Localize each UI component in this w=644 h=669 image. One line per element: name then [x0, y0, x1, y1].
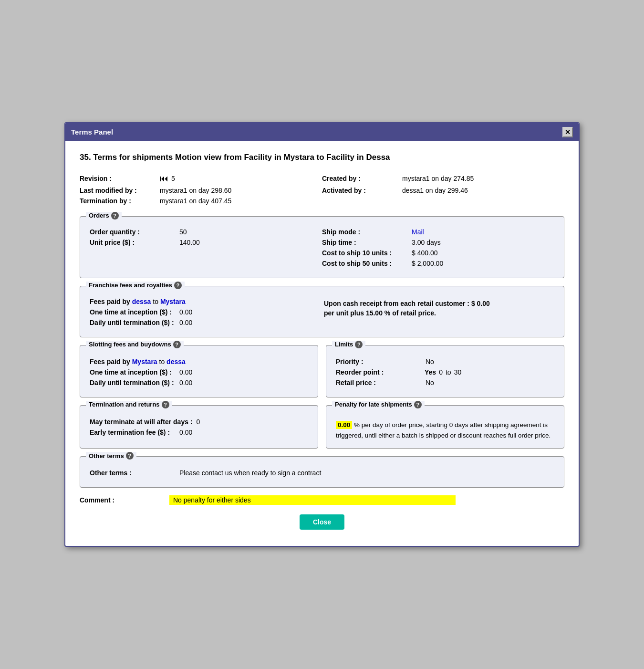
revision-value-row: ⏮ 5: [160, 174, 175, 184]
slotting-help-icon[interactable]: ?: [173, 341, 181, 348]
penalty-section-title: Penalty for late shipments ?: [332, 401, 425, 408]
franchise-fees-paid-row: Fees paid by dessa to Mystara: [90, 298, 320, 305]
franchise-right: Upon cash receipt from each retail custo…: [324, 298, 554, 329]
unit-price-row: Unit price ($) : 140.00: [90, 239, 322, 246]
franchise-daily-row: Daily until termination ($) : 0.00: [90, 319, 320, 326]
skip-to-start-icon[interactable]: ⏮: [160, 174, 168, 184]
slotting-one-time-row: One time at inception ($) : 0.00: [90, 368, 308, 376]
termination-row: Termination by : mystara1 on day 407.45: [80, 197, 322, 205]
meta-section: Revision : ⏮ 5 Created by : mystara1 on …: [80, 174, 564, 205]
slotting-daily-row: Daily until termination ($) : 0.00: [90, 379, 308, 387]
franchise-one-time-value: 0.00: [179, 308, 192, 316]
reorder-row: Reorder point : Yes 0 to 30: [336, 368, 554, 376]
comment-row: Comment : No penalty for either sides: [80, 495, 564, 505]
franchise-fees-paid-by: dessa: [132, 298, 151, 305]
order-qty-label: Order quantity :: [90, 228, 176, 236]
revision-value: 5: [171, 175, 175, 182]
early-fee-value: 0.00: [179, 429, 192, 436]
franchise-left: Fees paid by dessa to Mystara One time a…: [90, 298, 320, 329]
revision-label: Revision :: [80, 175, 156, 182]
orders-section: Orders ? Order quantity : 50 Unit price …: [80, 216, 564, 278]
ship-mode-row: Ship mode : Mail: [322, 228, 554, 236]
slotting-fees-paid-row: Fees paid by Mystara to dessa: [90, 358, 308, 366]
reorder-to-word: to: [446, 368, 451, 376]
unit-price-value: 140.00: [179, 239, 200, 246]
franchise-daily-label: Daily until termination ($) :: [90, 319, 176, 326]
ship-time-row: Ship time : 3.00 days: [322, 239, 554, 246]
slotting-daily-value: 0.00: [179, 379, 192, 387]
penalty-section: Penalty for late shipments ? 0.00 % per …: [326, 405, 564, 449]
slotting-section: Slotting fees and buydowns ? Fees paid b…: [80, 345, 318, 397]
orders-section-title: Orders ?: [86, 212, 122, 220]
slotting-one-time-value: 0.00: [179, 368, 192, 376]
cost-ship-10-row: Cost to ship 10 units : $ 400.00: [322, 249, 554, 257]
franchise-section-title: Franchise fees and royalties ?: [86, 282, 185, 289]
penalty-content: 0.00 % per day of order price, starting …: [336, 420, 554, 440]
created-by-value: mystara1 on day 274.85: [402, 175, 474, 182]
cost-ship-10-label: Cost to ship 10 units :: [322, 249, 408, 257]
slotting-limits-row: Slotting fees and buydowns ? Fees paid b…: [80, 345, 564, 397]
reorder-from: 0: [439, 368, 443, 376]
terminate-days-row: May terminate at will after days : 0: [90, 418, 308, 426]
cost-ship-50-label: Cost to ship 50 units :: [322, 260, 408, 267]
franchise-help-icon[interactable]: ?: [174, 282, 182, 289]
cost-ship-10-value: $ 400.00: [412, 249, 438, 257]
termination-value: mystara1 on day 407.45: [160, 197, 231, 205]
retail-price-value: No: [426, 379, 434, 387]
priority-value: No: [426, 358, 434, 366]
slotting-section-title: Slotting fees and buydowns ?: [86, 341, 184, 348]
terminate-days-label: May terminate at will after days :: [90, 418, 193, 426]
other-terms-label: Other terms :: [90, 469, 176, 477]
slotting-fees-paid-by: Mystara: [132, 358, 157, 366]
other-terms-section-title: Other terms ?: [86, 452, 136, 460]
slotting-fees-paid-text: Fees paid by Mystara to dessa: [90, 358, 186, 366]
unit-price-label: Unit price ($) :: [90, 239, 176, 246]
franchise-per-unit: per unit plus 15.00 % of retail price.: [324, 309, 554, 317]
franchise-fees-paid-entity: Mystara: [160, 298, 186, 305]
termination-section: Termination and returns ? May terminate …: [80, 405, 318, 449]
other-terms-help-icon[interactable]: ?: [126, 452, 134, 460]
close-button[interactable]: Close: [300, 514, 344, 530]
other-terms-section: Other terms ? Other terms : Please conta…: [80, 456, 564, 488]
ship-time-value: 3.00 days: [412, 239, 441, 246]
terminate-days-value: 0: [197, 418, 200, 426]
slotting-one-time-label: One time at inception ($) :: [90, 368, 176, 376]
orders-right: Ship mode : Mail Ship time : 3.00 days C…: [322, 228, 554, 270]
comment-label: Comment :: [80, 496, 166, 504]
termination-help-icon[interactable]: ?: [162, 401, 169, 408]
created-by-row: Created by : mystara1 on day 274.85: [322, 174, 564, 184]
last-modified-row: Last modified by : mystara1 on day 298.6…: [80, 187, 322, 194]
limits-help-icon[interactable]: ?: [355, 341, 363, 348]
other-terms-value: Please contact us when ready to sign a c…: [179, 469, 321, 477]
reorder-label: Reorder point :: [336, 368, 422, 376]
slotting-fees-paid-entity: dessa: [166, 358, 186, 366]
penalty-text1: % per day of order price, starting: [354, 421, 447, 429]
content-area: 35. Terms for shipments Motion view from…: [65, 141, 579, 546]
retail-price-row: Retail price : No: [336, 379, 554, 387]
franchise-one-time-row: One time at inception ($) : 0.00: [90, 308, 320, 316]
reorder-to: 30: [454, 368, 462, 376]
ship-mode-label: Ship mode :: [322, 228, 408, 236]
comment-value: No penalty for either sides: [169, 495, 456, 505]
window-title: Terms Panel: [71, 128, 113, 136]
revision-row: Revision : ⏮ 5: [80, 174, 322, 184]
order-qty-row: Order quantity : 50: [90, 228, 322, 236]
limits-section-title: Limits ?: [332, 341, 365, 348]
priority-row: Priority : No: [336, 358, 554, 366]
last-modified-label: Last modified by :: [80, 187, 156, 194]
franchise-upon-cash: Upon cash receipt from each retail custo…: [324, 300, 554, 307]
orders-help-icon[interactable]: ?: [111, 212, 119, 220]
termination-section-title: Termination and returns ?: [86, 401, 172, 408]
ship-mode-value: Mail: [412, 228, 424, 236]
penalty-help-icon[interactable]: ?: [414, 401, 422, 408]
order-qty-value: 50: [179, 228, 187, 236]
early-fee-label: Early termination fee ($) :: [90, 429, 176, 436]
cost-ship-50-value: $ 2,000.00: [412, 260, 443, 267]
slotting-daily-label: Daily until termination ($) :: [90, 379, 176, 387]
ship-time-label: Ship time :: [322, 239, 408, 246]
retail-price-label: Retail price :: [336, 379, 422, 387]
orders-left: Order quantity : 50 Unit price ($) : 140…: [90, 228, 322, 270]
orders-grid: Order quantity : 50 Unit price ($) : 140…: [90, 228, 554, 270]
window-close-button[interactable]: ✕: [562, 127, 573, 137]
reorder-yes: Yes: [425, 368, 436, 376]
